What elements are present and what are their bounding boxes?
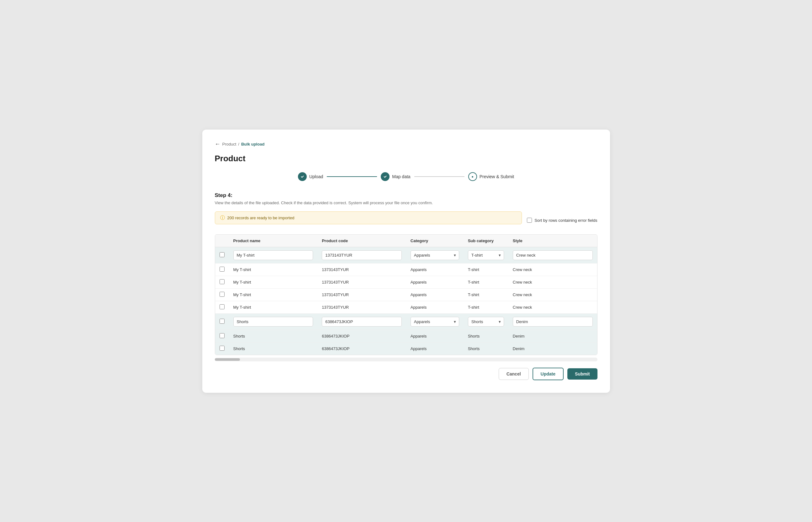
category-select[interactable]: ApparelsFootwearAccessories (410, 317, 459, 326)
breadcrumb: ← Product / Bulk upload (215, 141, 597, 147)
row-checkbox-cell (215, 330, 229, 342)
cell-product-code: 6386473JKIOP (318, 330, 406, 342)
cell-category: Apparels (406, 263, 464, 276)
step-map-data-label: Map data (392, 174, 410, 179)
col-style: Style (508, 235, 597, 247)
cell-sub-category: T-shirt (464, 263, 508, 276)
row-checkbox-cell (215, 263, 229, 276)
row-checkbox[interactable] (220, 304, 225, 309)
cell-sub-category: Shorts (464, 330, 508, 342)
cell-style[interactable] (508, 247, 597, 263)
col-product-code: Product code (318, 235, 406, 247)
cancel-button[interactable]: Cancel (499, 368, 529, 380)
cell-product-name: My T-shirt (229, 276, 318, 288)
cell-category: Apparels (406, 301, 464, 314)
cell-style: Denim (508, 330, 597, 342)
sort-error-label: Sort by rows containing error fields (534, 218, 597, 223)
cell-category: Apparels (406, 330, 464, 342)
breadcrumb-parent[interactable]: Product (222, 142, 237, 146)
product-code-input[interactable] (322, 317, 402, 326)
subcategory-select[interactable]: T-shirtShortsJeansJacket (468, 317, 504, 326)
bottom-action-bar: Cancel Update Submit (215, 368, 597, 380)
cell-style[interactable] (508, 314, 597, 330)
svg-point-1 (383, 175, 387, 179)
cell-product-code: 1373143TYUR (318, 263, 406, 276)
cell-style: Crew neck (508, 276, 597, 288)
product-name-input[interactable] (234, 317, 313, 326)
cell-product-code[interactable] (318, 314, 406, 330)
subcategory-select[interactable]: T-shirtShortsJeansJacket (468, 250, 504, 260)
row-checkbox[interactable] (220, 333, 225, 338)
table-row: Shorts6386473JKIOPApparelsShortsDenim (215, 330, 597, 342)
cell-category: Apparels (406, 288, 464, 301)
cell-product-code[interactable] (318, 247, 406, 263)
col-product-name: Product name (229, 235, 318, 247)
table-row: ApparelsFootwearAccessories▾T-shirtShort… (215, 247, 597, 263)
col-sub-category: Sub category (464, 235, 508, 247)
stepper: Upload Map data ● Preview & Submit (215, 172, 597, 181)
col-category: Category (406, 235, 464, 247)
cell-category[interactable]: ApparelsFootwearAccessories▾ (406, 247, 464, 263)
row-checkbox[interactable] (220, 346, 225, 351)
cell-sub-category[interactable]: T-shirtShortsJeansJacket▾ (464, 314, 508, 330)
table-row: ApparelsFootwearAccessories▾T-shirtShort… (215, 314, 597, 330)
sort-row: Sort by rows containing error fields (527, 218, 597, 223)
submit-button[interactable]: Submit (567, 368, 597, 380)
step-description: View the details of the file uploaded. C… (215, 200, 597, 205)
row-checkbox[interactable] (220, 267, 225, 272)
cell-category[interactable]: ApparelsFootwearAccessories▾ (406, 314, 464, 330)
notice-banner: ⓘ 200 records are ready to be imported (215, 212, 522, 224)
scroll-thumb[interactable] (215, 358, 240, 361)
step-upload: Upload (298, 172, 323, 181)
row-checkbox-cell (215, 247, 229, 263)
back-arrow-icon[interactable]: ← (215, 141, 221, 147)
row-checkbox[interactable] (220, 292, 225, 297)
cell-product-code: 6386473JKIOP (318, 342, 406, 355)
step-heading: Step 4: (215, 192, 597, 199)
category-select[interactable]: ApparelsFootwearAccessories (410, 250, 459, 260)
svg-point-0 (300, 175, 305, 179)
step-preview-circle: ● (468, 172, 477, 181)
breadcrumb-current[interactable]: Bulk upload (241, 142, 264, 146)
step-upload-label: Upload (309, 174, 323, 179)
cell-product-name[interactable] (229, 247, 318, 263)
col-checkbox (215, 235, 229, 247)
table-row: My T-shirt1373143TYURApparelsT-shirtCrew… (215, 301, 597, 314)
cell-category: Apparels (406, 276, 464, 288)
cell-style: Crew neck (508, 288, 597, 301)
step-preview-label: Preview & Submit (480, 174, 514, 179)
notice-text: 200 records are ready to be imported (227, 216, 295, 220)
product-name-input[interactable] (234, 250, 313, 260)
step-line-1 (327, 176, 377, 177)
row-checkbox-cell (215, 301, 229, 314)
cell-style: Crew neck (508, 301, 597, 314)
step-line-2 (414, 176, 465, 177)
cell-sub-category: T-shirt (464, 301, 508, 314)
product-code-input[interactable] (322, 250, 402, 260)
table-row: Shorts6386473JKIOPApparelsShortsDenim (215, 342, 597, 355)
horizontal-scrollbar[interactable] (215, 358, 597, 361)
breadcrumb-separator: / (238, 142, 239, 146)
cell-product-name: My T-shirt (229, 301, 318, 314)
row-checkbox-cell (215, 276, 229, 288)
step-map-data: Map data (381, 172, 410, 181)
cell-product-name[interactable] (229, 314, 318, 330)
cell-product-code: 1373143TYUR (318, 276, 406, 288)
table-row: My T-shirt1373143TYURApparelsT-shirtCrew… (215, 288, 597, 301)
row-checkbox[interactable] (220, 279, 225, 284)
style-input[interactable] (513, 250, 593, 260)
step-map-data-circle (381, 172, 389, 181)
cell-sub-category[interactable]: T-shirtShortsJeansJacket▾ (464, 247, 508, 263)
row-checkbox-cell (215, 288, 229, 301)
row-checkbox[interactable] (220, 252, 225, 257)
cell-product-name: Shorts (229, 330, 318, 342)
style-input[interactable] (513, 317, 593, 326)
update-button[interactable]: Update (532, 368, 564, 380)
step-upload-circle (298, 172, 307, 181)
data-table: Product name Product code Category Sub c… (215, 234, 597, 355)
page-title: Product (215, 154, 597, 163)
table-row: My T-shirt1373143TYURApparelsT-shirtCrew… (215, 263, 597, 276)
sort-error-checkbox[interactable] (527, 218, 532, 223)
step-preview: ● Preview & Submit (468, 172, 514, 181)
row-checkbox[interactable] (220, 319, 225, 324)
